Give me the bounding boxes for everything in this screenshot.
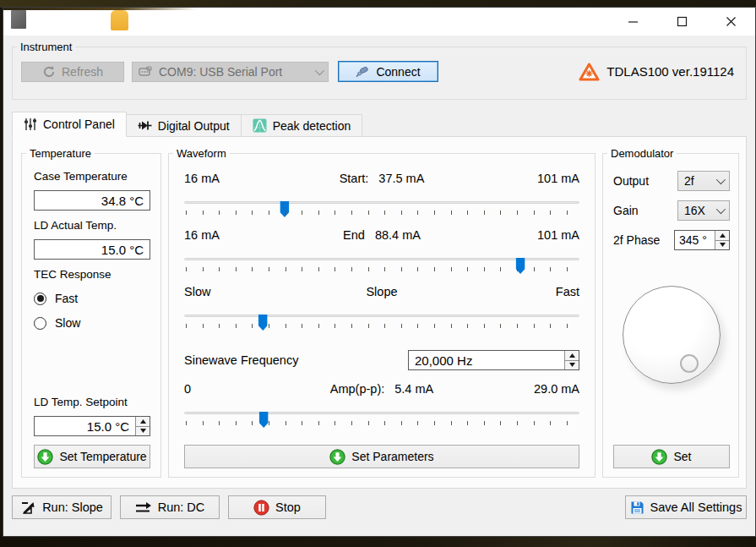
instrument-group-title: Instrument xyxy=(17,41,75,53)
desktop-bottom-strip xyxy=(0,536,756,547)
ld-actual-temp-field[interactable]: 15.0 °C xyxy=(34,239,150,260)
phase-spinner xyxy=(715,231,729,249)
stop-button[interactable]: Stop xyxy=(228,495,326,519)
tec-fast-label: Fast xyxy=(55,292,78,305)
slope-label: Slope xyxy=(366,285,397,298)
start-slider-thumb[interactable] xyxy=(280,201,289,217)
start-slider-labels: 16 mA Start: 37.5 mA 101 mA xyxy=(184,172,579,185)
spin-down-button[interactable] xyxy=(565,361,579,370)
tab-peak-detection[interactable]: Peak detection xyxy=(242,114,363,137)
set-parameters-button[interactable]: Set Parameters xyxy=(184,445,579,468)
green-down-arrow-icon xyxy=(37,449,53,465)
com-port-select[interactable]: COM9: USB Serial Port xyxy=(132,62,329,82)
output-label: Output xyxy=(613,174,674,188)
refresh-icon xyxy=(42,65,56,79)
gain-label: Gain xyxy=(613,204,674,217)
run-slope-label: Run: Slope xyxy=(42,501,103,514)
chevron-down-icon xyxy=(716,175,726,184)
tec-response-label: TEC Response xyxy=(34,268,150,281)
slope-slider-ticks xyxy=(186,324,578,328)
spin-up-button[interactable] xyxy=(565,351,579,361)
phase-knob[interactable] xyxy=(623,286,721,384)
radio-checked-icon xyxy=(34,293,46,305)
close-button[interactable] xyxy=(706,8,755,36)
tec-fast-radio[interactable]: Fast xyxy=(34,292,150,305)
amp-slider-thumb[interactable] xyxy=(259,412,269,428)
refresh-button[interactable]: Refresh xyxy=(21,62,124,82)
control-panel-page: Temperature Case Temperature 34.8 °C LD … xyxy=(12,136,747,489)
phase-knob-indicator xyxy=(680,354,699,373)
tec-slow-radio[interactable]: Slow xyxy=(34,316,150,330)
gain-value: 16X xyxy=(684,204,705,217)
slope-slider xyxy=(184,309,579,330)
instrument-group: Instrument Refresh COM9: USB Serial P xyxy=(12,41,747,100)
phase-field[interactable]: 345 ° xyxy=(674,230,730,250)
sinewave-frequency-label: Sinewave Frequency xyxy=(184,353,298,367)
sinewave-frequency-field[interactable]: 20,000 Hz xyxy=(408,350,579,370)
sinewave-frequency-value: 20,000 Hz xyxy=(409,353,564,368)
end-slider-track[interactable] xyxy=(184,258,579,260)
end-slider-thumb[interactable] xyxy=(516,258,525,274)
end-slider-ticks xyxy=(186,267,578,271)
temperature-group: Temperature Case Temperature 34.8 °C LD … xyxy=(21,147,161,478)
spin-up-button[interactable] xyxy=(136,417,150,427)
app-icon xyxy=(11,10,26,29)
peak-curve-icon xyxy=(253,118,267,133)
output-select[interactable]: 2f xyxy=(677,171,730,191)
start-slider-track[interactable] xyxy=(184,201,579,204)
start-slider-ticks xyxy=(186,211,578,215)
save-all-settings-button[interactable]: Save All Settings xyxy=(625,495,747,519)
phase-value: 345 ° xyxy=(675,233,715,247)
maximize-button[interactable] xyxy=(657,8,706,36)
tab-digital-output-label: Digital Output xyxy=(158,119,230,133)
amp-label: Amp(p-p): xyxy=(330,382,384,396)
minimize-button[interactable] xyxy=(608,8,657,36)
slope-max-label: Fast xyxy=(556,285,579,298)
spin-down-button[interactable] xyxy=(715,241,729,250)
set-button[interactable]: Set xyxy=(613,445,730,468)
spin-up-button[interactable] xyxy=(715,231,729,241)
slope-slider-track[interactable] xyxy=(184,315,579,317)
end-slider xyxy=(184,253,579,273)
sinewave-frequency-row: Sinewave Frequency 20,000 Hz xyxy=(184,350,579,370)
gain-select[interactable]: 16X xyxy=(677,200,730,221)
version-info: TDLAS100 ver.191124 xyxy=(579,63,739,81)
slope-min-label: Slow xyxy=(184,285,210,298)
minimize-icon xyxy=(628,16,639,27)
connect-button[interactable]: Connect xyxy=(338,61,438,82)
demodulator-group-title: Demodulator xyxy=(607,147,677,160)
green-down-arrow-icon xyxy=(329,449,345,465)
amp-max-label: 29.0 mA xyxy=(534,382,579,396)
stop-pause-icon xyxy=(253,500,269,516)
tab-control-panel-label: Control Panel xyxy=(43,118,115,131)
amp-value: 5.4 mA xyxy=(394,382,433,396)
start-max-label: 101 mA xyxy=(537,172,579,185)
spin-down-button[interactable] xyxy=(136,427,150,436)
waveform-group-title: Waveform xyxy=(173,147,230,160)
laser-warning-icon xyxy=(579,63,600,81)
tab-peak-detection-label: Peak detection xyxy=(273,119,351,133)
output-value: 2f xyxy=(684,174,694,188)
ld-temp-setpoint-field[interactable]: 15.0 °C xyxy=(34,416,150,436)
sinewave-frequency-spinner xyxy=(564,351,579,369)
set-parameters-label: Set Parameters xyxy=(351,450,433,463)
run-dc-button[interactable]: Run: DC xyxy=(120,495,220,519)
start-slider xyxy=(184,196,579,216)
set-temperature-button[interactable]: Set Temperature xyxy=(34,445,150,468)
amp-slider-track[interactable] xyxy=(184,412,579,414)
folder-icon xyxy=(111,10,128,30)
slope-slider-thumb[interactable] xyxy=(258,315,268,331)
setpoint-spinner xyxy=(135,417,150,435)
amp-slider-labels: 0 Amp(p-p): 5.4 mA 29.0 mA xyxy=(184,382,579,396)
run-slope-button[interactable]: Run: Slope xyxy=(12,495,111,519)
case-temperature-field[interactable]: 34.8 °C xyxy=(34,190,150,211)
tab-control-panel[interactable]: Control Panel xyxy=(12,112,127,137)
refresh-label: Refresh xyxy=(62,65,103,79)
version-label: TDLAS100 ver.191124 xyxy=(606,64,734,79)
start-min-label: 16 mA xyxy=(184,172,220,185)
tec-slow-label: Slow xyxy=(55,316,80,330)
tab-digital-output[interactable]: Digital Output xyxy=(127,114,242,137)
connect-label: Connect xyxy=(376,65,420,79)
phase-label: 2f Phase xyxy=(613,233,674,247)
diode-icon xyxy=(138,119,152,132)
